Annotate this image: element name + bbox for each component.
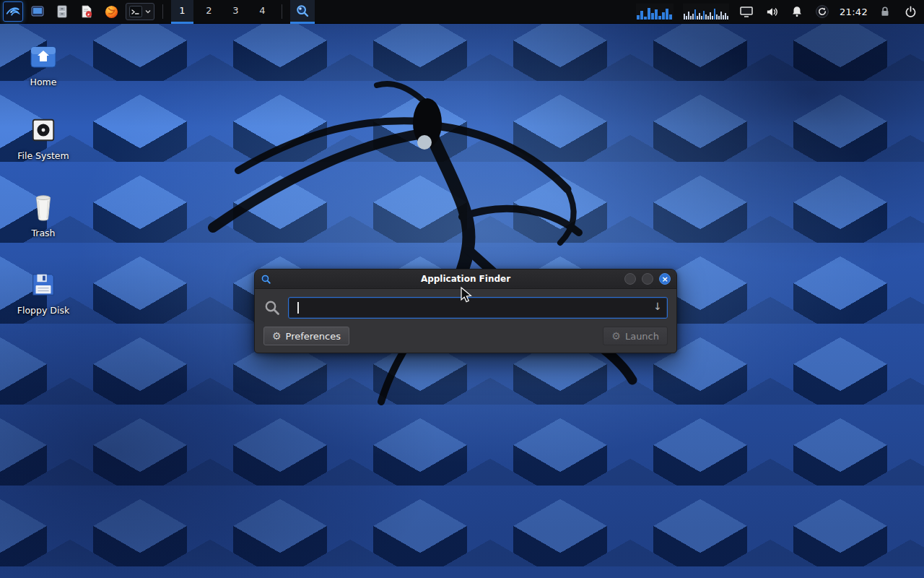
workspace-4[interactable]: 4: [251, 0, 274, 24]
firefox-icon: [104, 4, 119, 20]
search-field-wrap: ↓: [288, 297, 668, 319]
launcher-file-cabinet[interactable]: [52, 1, 72, 22]
applications-menu-button[interactable]: [3, 1, 23, 22]
finder-body: ↓ ⚙ Preferences ⚙ Launch: [255, 289, 676, 353]
button-row: ⚙ Preferences ⚙ Launch: [263, 327, 668, 345]
workspace-1[interactable]: 1: [171, 0, 193, 24]
trash-icon: [28, 192, 58, 223]
floppy-icon: [28, 269, 58, 300]
window-buttons: ×: [624, 273, 671, 285]
search-row: ↓: [263, 297, 668, 319]
home-icon: [28, 41, 58, 72]
search-input[interactable]: [288, 297, 668, 319]
desktop-icon-label: Trash: [31, 228, 55, 238]
application-finder-task-icon: [295, 4, 310, 18]
display-settings-tray[interactable]: [738, 4, 754, 20]
window-title: Application Finder: [255, 274, 676, 284]
chevron-down-icon[interactable]: [144, 8, 152, 15]
logout-button[interactable]: [902, 4, 918, 20]
launcher-text-editor[interactable]: [77, 1, 97, 22]
launch-label: Launch: [625, 331, 659, 342]
display-icon: [739, 4, 754, 19]
workspace-2[interactable]: 2: [198, 0, 220, 24]
taskbar-item-application-finder[interactable]: [290, 0, 315, 24]
kali-menu-icon: [5, 4, 21, 20]
desktop-icon-label: Floppy Disk: [17, 305, 69, 316]
minimize-button[interactable]: [624, 273, 636, 285]
top-panel: 1 2 3 4: [0, 0, 924, 24]
launch-gear-icon: ⚙: [611, 331, 621, 341]
notifications-tray[interactable]: [789, 4, 805, 20]
window-app-icon: [261, 274, 271, 285]
desktop-icon-file-system[interactable]: File System: [9, 115, 78, 161]
launcher-firefox[interactable]: [101, 1, 121, 22]
application-finder-window: Application Finder × ↓ ⚙ Preferences: [254, 269, 677, 353]
terminal-icon: [128, 4, 143, 19]
history-dropdown-icon[interactable]: ↓: [653, 301, 662, 312]
file-system-icon: [28, 115, 58, 145]
maximize-button[interactable]: [642, 273, 653, 285]
file-cabinet-icon: [55, 4, 69, 19]
power-icon: [904, 5, 918, 19]
cpu-graph[interactable]: [636, 4, 674, 20]
search-icon: [263, 299, 281, 316]
desktop-icon-floppy-disk[interactable]: Floppy Disk: [9, 269, 78, 316]
desktop-icon-home[interactable]: Home: [9, 41, 78, 87]
preferences-label: Preferences: [286, 331, 341, 342]
network-monitor[interactable]: [683, 4, 729, 20]
panel-right: 21:42: [636, 0, 918, 23]
launcher-file-manager[interactable]: [27, 1, 48, 22]
volume-tray[interactable]: [764, 4, 780, 20]
refresh-icon: [815, 4, 829, 19]
panel-separator: [162, 4, 163, 19]
workspace-3-label: 3: [232, 5, 238, 16]
file-manager-icon: [30, 4, 45, 19]
workspace-4-label: 4: [259, 5, 265, 16]
gear-icon: ⚙: [272, 331, 282, 341]
close-icon: ×: [661, 275, 668, 283]
bell-icon: [790, 5, 803, 18]
workspace-2-label: 2: [206, 5, 212, 16]
desktop-icon-trash[interactable]: Trash: [9, 192, 78, 238]
desktop-icon-label: Home: [30, 77, 57, 87]
text-editor-icon: [79, 4, 94, 19]
close-button[interactable]: ×: [659, 273, 671, 285]
panel-clock[interactable]: 21:42: [840, 7, 868, 17]
updates-tray[interactable]: [814, 4, 830, 20]
finder-titlebar[interactable]: Application Finder ×: [255, 269, 676, 289]
launcher-terminal[interactable]: [126, 3, 154, 20]
workspace-1-label: 1: [179, 5, 185, 16]
panel-left: 1 2 3 4: [3, 0, 315, 23]
workspace-3[interactable]: 3: [225, 0, 247, 24]
lock-icon: [879, 5, 892, 18]
speaker-icon: [765, 5, 779, 19]
preferences-button[interactable]: ⚙ Preferences: [263, 327, 349, 345]
desktop-icon-label: File System: [17, 150, 69, 161]
screen-lock-button[interactable]: [877, 4, 893, 20]
panel-separator: [282, 4, 282, 19]
text-caret: [297, 302, 299, 314]
launch-button[interactable]: ⚙ Launch: [603, 327, 668, 345]
